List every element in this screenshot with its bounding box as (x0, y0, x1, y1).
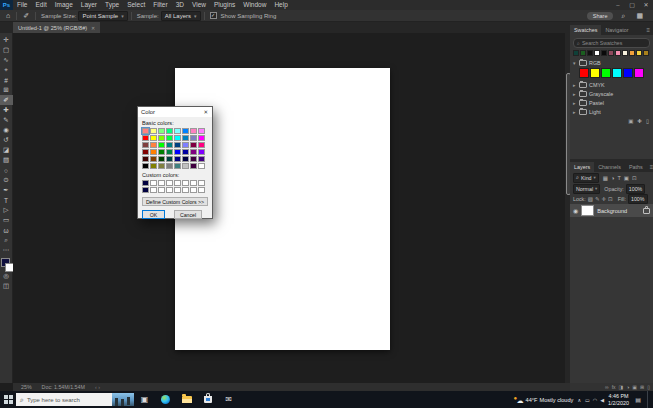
volume-icon[interactable]: ◀ (600, 397, 604, 403)
history-brush-tool[interactable]: ↺ (0, 135, 13, 145)
menu-item-type[interactable]: Type (101, 0, 123, 10)
filter-adjustment-icon[interactable]: ◑ (611, 175, 614, 181)
taskbar-search-input[interactable]: ⌕ Type here to search (16, 393, 134, 406)
panel-menu-icon[interactable]: ≡ (643, 25, 653, 35)
close-button[interactable]: ✕ (639, 0, 653, 10)
basic-color-swatch[interactable] (142, 163, 149, 169)
marquee-tool[interactable]: ▢ (0, 45, 13, 55)
quick-mask-icon[interactable]: ◎ (0, 271, 13, 281)
basic-color-swatch[interactable] (182, 163, 189, 169)
home-icon[interactable]: ⌂ (3, 12, 13, 19)
maximize-button[interactable]: ▢ (625, 0, 639, 10)
custom-color-swatch[interactable] (158, 180, 165, 186)
tab-swatches[interactable]: Swatches (570, 25, 601, 35)
basic-color-swatch[interactable] (190, 142, 197, 148)
color-swatch[interactable] (579, 68, 589, 78)
basic-color-swatch[interactable] (182, 128, 189, 134)
filter-pixel-icon[interactable]: ▦ (603, 175, 608, 181)
clone-stamp-tool[interactable]: ◉ (0, 125, 13, 135)
color-dialog-titlebar[interactable]: Color ✕ (138, 107, 212, 117)
menu-item-plugins[interactable]: Plugins (210, 0, 239, 10)
basic-color-swatch[interactable] (182, 142, 189, 148)
basic-color-swatch[interactable] (158, 156, 165, 162)
layer-filter-dropdown[interactable]: ⌕ Kind ▾ (573, 173, 599, 183)
menu-item-help[interactable]: Help (270, 0, 291, 10)
basic-color-swatch[interactable] (142, 156, 149, 162)
basic-color-swatch[interactable] (174, 128, 181, 134)
adjustment-layer-icon[interactable]: ◑ (626, 384, 629, 390)
swatch-group-cmyk[interactable]: ▸CMYK (570, 80, 653, 89)
microsoft-store[interactable] (197, 391, 218, 408)
sample-dropdown[interactable]: All Layers ▾ (161, 11, 201, 21)
recent-swatch[interactable] (643, 50, 649, 56)
basic-color-swatch[interactable] (166, 128, 173, 134)
show-sampling-ring-checkbox[interactable]: ✓ (210, 12, 217, 19)
basic-color-swatch[interactable] (142, 135, 149, 141)
basic-color-swatch[interactable] (198, 149, 205, 155)
workspace-switcher-icon[interactable]: ▦ (633, 12, 646, 20)
recent-swatch[interactable] (594, 50, 600, 56)
tab-paths[interactable]: Paths (625, 162, 647, 172)
color-swatch[interactable] (623, 68, 633, 78)
recent-swatch[interactable] (580, 50, 586, 56)
mail[interactable]: ✉ (218, 391, 239, 408)
crop-tool[interactable]: # (0, 75, 13, 85)
layer-thumbnail[interactable] (581, 205, 594, 216)
color-swatch[interactable] (612, 68, 622, 78)
search-icon[interactable]: ⌕ (618, 12, 628, 20)
document-tab[interactable]: Untitled-1 @ 25% (RGB/8#) ✕ (13, 22, 100, 33)
tab-navigator[interactable]: Navigator (601, 25, 632, 35)
close-icon[interactable]: ✕ (203, 109, 209, 115)
gradient-tool[interactable]: ▨ (0, 155, 13, 165)
custom-color-swatch[interactable] (182, 187, 189, 193)
basic-color-swatch[interactable] (158, 163, 165, 169)
basic-color-swatch[interactable] (158, 128, 165, 134)
custom-color-swatch[interactable] (190, 180, 197, 186)
share-button[interactable]: Share (587, 12, 614, 20)
new-group-icon[interactable]: ▣ (628, 118, 633, 124)
basic-color-swatch[interactable] (190, 156, 197, 162)
custom-color-swatch[interactable] (182, 180, 189, 186)
task-view[interactable]: ▣ (134, 391, 155, 408)
basic-color-swatch[interactable] (198, 128, 205, 134)
battery-icon[interactable]: ▭ (585, 397, 590, 403)
basic-color-swatch[interactable] (150, 128, 157, 134)
lock-transparent-icon[interactable]: ▨ (588, 196, 593, 202)
swatch-group-grayscale[interactable]: ▸Grayscale (570, 89, 653, 98)
basic-color-swatch[interactable] (142, 149, 149, 155)
link-layers-icon[interactable]: ∞ (605, 384, 609, 390)
basic-color-swatch[interactable] (190, 163, 197, 169)
menu-item-window[interactable]: Window (239, 0, 270, 10)
action-center-icon[interactable]: ▤ (633, 396, 643, 403)
recent-swatch[interactable] (629, 50, 635, 56)
lock-pixels-icon[interactable]: ✎ (595, 196, 600, 202)
edge-browser[interactable] (155, 391, 176, 408)
lasso-tool[interactable]: ∿ (0, 55, 13, 65)
basic-color-swatch[interactable] (174, 135, 181, 141)
basic-color-swatch[interactable] (142, 142, 149, 148)
menu-item-edit[interactable]: Edit (31, 0, 50, 10)
recent-swatch[interactable] (601, 50, 607, 56)
basic-color-swatch[interactable] (198, 135, 205, 141)
basic-color-swatch[interactable] (174, 149, 181, 155)
blur-tool[interactable]: ○ (0, 165, 13, 175)
custom-color-swatch[interactable] (150, 187, 157, 193)
file-explorer[interactable] (176, 391, 197, 408)
basic-color-swatch[interactable] (190, 149, 197, 155)
toolbar-more-icon[interactable]: ⋯ (0, 245, 13, 255)
show-desktop-button[interactable] (647, 391, 650, 408)
recent-swatch[interactable] (608, 50, 614, 56)
taskbar-clock[interactable]: 4:46 PM 1/2/2020 (608, 393, 629, 406)
custom-color-swatch[interactable] (166, 187, 173, 193)
basic-color-swatch[interactable] (166, 156, 173, 162)
menu-item-file[interactable]: File (13, 0, 31, 10)
layer-group-icon[interactable]: ▣ (632, 384, 637, 390)
recent-swatch[interactable] (587, 50, 593, 56)
eraser-tool[interactable]: ◪ (0, 145, 13, 155)
start-button[interactable] (0, 395, 16, 404)
basic-color-swatch[interactable] (142, 128, 149, 134)
lock-position-icon[interactable]: ✛ (601, 196, 606, 202)
screen-mode-icon[interactable]: ◫ (0, 281, 13, 291)
basic-color-swatch[interactable] (198, 142, 205, 148)
frame-tool[interactable]: ⊞ (0, 85, 13, 95)
